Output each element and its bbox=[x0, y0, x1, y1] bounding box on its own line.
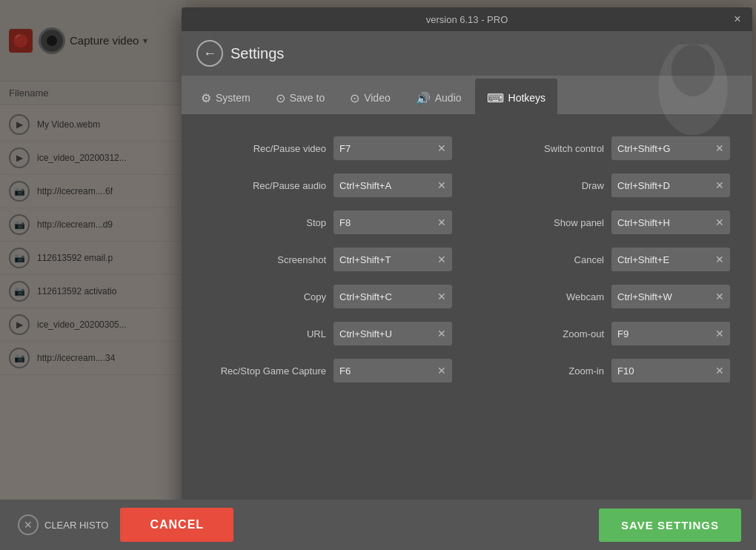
clear-icon: ✕ bbox=[18, 514, 39, 535]
hotkey-value-left-2: F8 bbox=[339, 217, 437, 228]
hotkey-left-row-5: URL Ctrl+Shift+U ✕ bbox=[204, 322, 452, 345]
hotkey-value-right-0: Ctrl+Shift+G bbox=[617, 143, 715, 154]
hotkey-clear-right-6[interactable]: ✕ bbox=[715, 365, 724, 376]
hotkey-label-left-3: Screenshot bbox=[237, 254, 326, 265]
hotkey-label-right-0: Switch control bbox=[515, 143, 604, 154]
settings-modal: version 6.13 - PRO × ← Settings ⚙ System… bbox=[182, 7, 752, 541]
hotkey-input-right-6[interactable]: F10 ✕ bbox=[611, 359, 730, 382]
hotkey-left-row-0: Rec/Pause video F7 ✕ bbox=[204, 136, 452, 160]
hotkey-clear-right-1[interactable]: ✕ bbox=[715, 180, 724, 190]
back-button[interactable]: ← bbox=[196, 40, 223, 67]
hotkey-value-right-4: Ctrl+Shift+W bbox=[617, 291, 715, 302]
hotkey-label-right-1: Draw bbox=[515, 180, 604, 191]
hotkeys-grid: Rec/Pause video F7 ✕ Switch control Ctrl… bbox=[204, 136, 730, 382]
hotkey-clear-left-6[interactable]: ✕ bbox=[437, 365, 446, 376]
tab-audio-label: Audio bbox=[435, 92, 462, 104]
hotkey-clear-right-3[interactable]: ✕ bbox=[715, 254, 724, 265]
hotkey-value-left-6: F6 bbox=[339, 365, 437, 377]
hotkey-value-left-4: Ctrl+Shift+C bbox=[339, 291, 437, 302]
hotkey-right-row-4: Webcam Ctrl+Shift+W ✕ bbox=[482, 285, 730, 308]
hotkey-clear-left-3[interactable]: ✕ bbox=[437, 254, 446, 265]
hotkey-clear-right-4[interactable]: ✕ bbox=[715, 291, 724, 302]
clear-history-button[interactable]: ✕ CLEAR HISTO bbox=[15, 508, 111, 541]
hotkey-input-right-0[interactable]: Ctrl+Shift+G ✕ bbox=[611, 136, 730, 160]
hotkey-label-left-1: Rec/Pause audio bbox=[237, 180, 326, 191]
hotkey-left-row-4: Copy Ctrl+Shift+C ✕ bbox=[204, 285, 452, 308]
hotkey-right-row-2: Show panel Ctrl+Shift+H ✕ bbox=[482, 211, 730, 234]
tab-saveto-label: Save to bbox=[290, 92, 325, 104]
tab-saveto[interactable]: ⊙ Save to bbox=[264, 79, 336, 117]
modal-close-button[interactable]: × bbox=[730, 12, 745, 27]
hotkey-input-left-6[interactable]: F6 ✕ bbox=[334, 359, 452, 382]
tab-video-label: Video bbox=[364, 92, 391, 104]
hotkey-label-left-2: Stop bbox=[237, 217, 326, 228]
hotkey-right-row-3: Cancel Ctrl+Shift+E ✕ bbox=[482, 248, 730, 271]
hotkey-left-row-1: Rec/Pause audio Ctrl+Shift+A ✕ bbox=[204, 173, 452, 197]
settings-title: Settings bbox=[231, 45, 284, 62]
hotkey-label-left-4: Copy bbox=[237, 291, 326, 302]
hotkey-value-right-2: Ctrl+Shift+H bbox=[617, 217, 715, 228]
tab-hotkeys-label: Hotkeys bbox=[508, 92, 546, 104]
video-icon: ⊙ bbox=[350, 91, 359, 105]
system-icon: ⚙ bbox=[201, 91, 211, 105]
hotkey-right-row-5: Zoom-out F9 ✕ bbox=[482, 322, 730, 345]
hotkey-value-right-5: F9 bbox=[617, 328, 715, 339]
hotkey-value-left-5: Ctrl+Shift+U bbox=[339, 328, 437, 339]
hotkey-label-right-4: Webcam bbox=[515, 291, 604, 302]
hotkeys-icon: ⌨ bbox=[487, 91, 504, 105]
hotkey-label-right-6: Zoom-in bbox=[515, 365, 604, 377]
hotkey-value-left-3: Ctrl+Shift+T bbox=[339, 254, 437, 265]
hotkey-input-right-4[interactable]: Ctrl+Shift+W ✕ bbox=[611, 285, 730, 308]
hotkey-clear-left-2[interactable]: ✕ bbox=[437, 217, 446, 228]
hotkey-clear-left-0[interactable]: ✕ bbox=[437, 143, 446, 153]
modal-topbar: version 6.13 - PRO × bbox=[182, 7, 752, 31]
hotkey-input-right-1[interactable]: Ctrl+Shift+D ✕ bbox=[611, 173, 730, 197]
clear-history-label: CLEAR HISTO bbox=[44, 520, 108, 531]
hotkey-value-left-1: Ctrl+Shift+A bbox=[339, 180, 437, 191]
hotkey-clear-right-5[interactable]: ✕ bbox=[715, 328, 724, 339]
hotkey-input-left-3[interactable]: Ctrl+Shift+T ✕ bbox=[334, 248, 452, 271]
bottom-bar: ✕ CLEAR HISTO CANCEL SAVE SETTINGS bbox=[0, 500, 756, 550]
hotkey-label-right-2: Show panel bbox=[515, 217, 604, 228]
tab-hotkeys[interactable]: ⌨ Hotkeys bbox=[475, 79, 558, 117]
hotkey-left-row-6: Rec/Stop Game Capture F6 ✕ bbox=[204, 359, 452, 382]
hotkey-right-row-1: Draw Ctrl+Shift+D ✕ bbox=[482, 173, 730, 197]
tabs-bar: ⚙ System ⊙ Save to ⊙ Video 🔊 Audio ⌨ Hot… bbox=[182, 76, 752, 114]
saveto-icon: ⊙ bbox=[276, 91, 285, 105]
hotkeys-content: Rec/Pause video F7 ✕ Switch control Ctrl… bbox=[182, 114, 752, 405]
tab-system[interactable]: ⚙ System bbox=[189, 79, 262, 117]
hotkey-right-row-6: Zoom-in F10 ✕ bbox=[482, 359, 730, 382]
hotkey-right-row-0: Switch control Ctrl+Shift+G ✕ bbox=[482, 136, 730, 160]
modal-header: ← Settings bbox=[182, 31, 752, 76]
hotkey-input-left-1[interactable]: Ctrl+Shift+A ✕ bbox=[334, 173, 452, 197]
hotkey-clear-left-1[interactable]: ✕ bbox=[437, 180, 446, 190]
hotkey-input-left-4[interactable]: Ctrl+Shift+C ✕ bbox=[334, 285, 452, 308]
hotkey-left-row-3: Screenshot Ctrl+Shift+T ✕ bbox=[204, 248, 452, 271]
save-settings-button[interactable]: SAVE SETTINGS bbox=[599, 508, 741, 542]
hotkey-value-right-1: Ctrl+Shift+D bbox=[617, 180, 715, 191]
hotkey-value-right-6: F10 bbox=[617, 365, 715, 377]
hotkey-clear-right-2[interactable]: ✕ bbox=[715, 217, 724, 228]
hotkey-input-right-3[interactable]: Ctrl+Shift+E ✕ bbox=[611, 248, 730, 271]
hotkey-input-right-2[interactable]: Ctrl+Shift+H ✕ bbox=[611, 211, 730, 234]
hotkey-value-left-0: F7 bbox=[339, 143, 437, 154]
hotkey-label-right-3: Cancel bbox=[515, 254, 604, 265]
hotkey-input-left-2[interactable]: F8 ✕ bbox=[334, 211, 452, 234]
hotkey-left-row-2: Stop F8 ✕ bbox=[204, 211, 452, 234]
hotkey-input-left-5[interactable]: Ctrl+Shift+U ✕ bbox=[334, 322, 452, 345]
hotkey-clear-left-5[interactable]: ✕ bbox=[437, 328, 446, 339]
hotkey-value-right-3: Ctrl+Shift+E bbox=[617, 254, 715, 265]
hotkey-input-left-0[interactable]: F7 ✕ bbox=[334, 136, 452, 160]
modal-version-title: version 6.13 - PRO bbox=[426, 14, 508, 25]
cancel-button[interactable]: CANCEL bbox=[120, 508, 233, 542]
tab-audio[interactable]: 🔊 Audio bbox=[404, 79, 474, 117]
hotkey-input-right-5[interactable]: F9 ✕ bbox=[611, 322, 730, 345]
hotkey-label-left-6: Rec/Stop Game Capture bbox=[221, 365, 326, 377]
tab-video[interactable]: ⊙ Video bbox=[338, 79, 402, 117]
audio-icon: 🔊 bbox=[416, 91, 431, 105]
hotkey-label-left-0: Rec/Pause video bbox=[237, 143, 326, 154]
hotkey-clear-left-4[interactable]: ✕ bbox=[437, 291, 446, 302]
hotkey-label-left-5: URL bbox=[237, 328, 326, 339]
hotkey-clear-right-0[interactable]: ✕ bbox=[715, 143, 724, 153]
hotkey-label-right-5: Zoom-out bbox=[515, 328, 604, 339]
